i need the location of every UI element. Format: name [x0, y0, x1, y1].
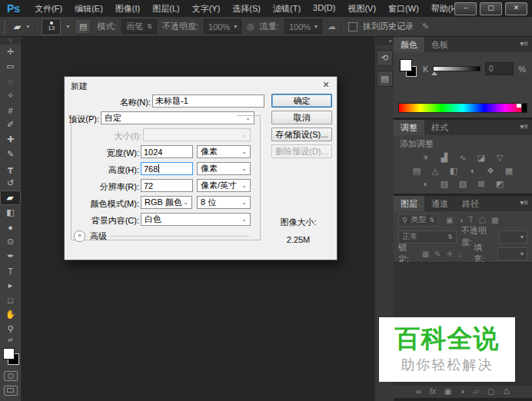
properties-panel-icon[interactable]: ▤	[377, 71, 393, 87]
color-lookup-icon[interactable]: ▦	[504, 166, 515, 176]
tool-pen[interactable]: ✒	[0, 249, 21, 263]
exposure-icon[interactable]: ◪	[476, 153, 487, 163]
color-balance-icon[interactable]: △	[430, 166, 441, 176]
k-slider[interactable]	[433, 66, 480, 71]
new-group-icon[interactable]: ▱	[473, 386, 479, 398]
tool-eraser[interactable]: ▰	[0, 191, 21, 205]
advanced-label[interactable]: 高级	[90, 230, 107, 242]
quick-mask-icon[interactable]	[4, 371, 18, 381]
tab-channels[interactable]: 通道	[424, 196, 455, 211]
layer-filter-select[interactable]: ⚲ 类型 ⇅	[398, 214, 438, 227]
dock-expand-icon[interactable]: «	[375, 37, 394, 45]
tool-dodge[interactable]: ⊙	[0, 234, 21, 249]
tool-spot-healing[interactable]: ✚	[0, 132, 21, 147]
brightness-contrast-icon[interactable]: ☀	[421, 153, 432, 163]
new-layer-icon[interactable]: ▢	[487, 386, 494, 398]
lock-position-icon[interactable]: ✛	[446, 250, 452, 258]
posterize-icon[interactable]: ▨	[439, 179, 451, 189]
width-field[interactable]	[141, 145, 193, 158]
tool-eyedropper[interactable]: ✐	[0, 118, 21, 132]
erase-history-checkbox[interactable]	[348, 22, 357, 31]
tool-preset-arrow-icon[interactable]: ▾	[26, 23, 29, 30]
airbrush-icon[interactable]: ☁	[328, 22, 336, 31]
foreground-color-swatch[interactable]	[3, 348, 15, 360]
panel-menu-icon[interactable]: ▾≡	[520, 198, 528, 207]
selective-color-icon[interactable]: ◩	[494, 179, 506, 189]
vibrance-icon[interactable]: ▽	[494, 153, 506, 163]
tool-shape[interactable]: □	[0, 293, 21, 307]
layer-style-icon[interactable]: fx	[430, 386, 436, 398]
hue-saturation-icon[interactable]: ▤	[411, 166, 423, 176]
tab-color[interactable]: 颜色	[394, 37, 424, 52]
color-mode-select[interactable]: RGB 颜色 ⌄	[141, 196, 192, 209]
filter-shape-layers-icon[interactable]: ▢	[479, 216, 486, 224]
advanced-expand-icon[interactable]: »	[74, 230, 85, 242]
link-layers-icon[interactable]: ∞	[416, 386, 421, 398]
tool-path-selection[interactable]: ▸	[0, 278, 21, 293]
save-preset-button[interactable]: 存储预设(S)...	[271, 128, 332, 141]
panel-menu-icon[interactable]: ▾≡	[520, 39, 528, 48]
layer-opacity-select[interactable]: ▾	[499, 230, 527, 244]
menu-edit[interactable]: 编辑(E)	[72, 2, 105, 16]
tool-type[interactable]: T	[0, 263, 21, 278]
minimize-button[interactable]: –	[454, 2, 477, 15]
tab-paths[interactable]: 路径	[455, 196, 486, 211]
brush-preset-picker[interactable]: 13	[42, 18, 61, 35]
threshold-icon[interactable]: ▧	[457, 179, 469, 189]
lock-image-icon[interactable]: ✎	[434, 250, 441, 258]
flow-select[interactable]: 100% ▾	[284, 19, 322, 34]
history-panel-icon[interactable]: ⟲	[377, 50, 393, 66]
tab-styles[interactable]: 样式	[424, 120, 455, 135]
height-field[interactable]: 768	[141, 162, 193, 175]
filter-smart-object-icon[interactable]: ▩	[491, 216, 498, 224]
channel-mixer-icon[interactable]: ❖	[485, 166, 497, 176]
menu-layer[interactable]: 图层(L)	[150, 2, 181, 16]
color-spectrum-ramp[interactable]	[398, 103, 527, 113]
tool-blur[interactable]: ●	[0, 220, 21, 234]
panel-menu-icon[interactable]: ▾≡	[520, 122, 528, 131]
foreground-color-swatch[interactable]	[400, 59, 412, 71]
tool-move[interactable]: ✛	[0, 45, 21, 59]
brush-settings-icon[interactable]: ✎	[422, 22, 429, 31]
tool-history-brush[interactable]: ↺	[0, 176, 21, 191]
k-value-field[interactable]: 0	[485, 62, 514, 75]
close-button[interactable]: ✕	[505, 2, 527, 15]
invert-icon[interactable]: ◐	[421, 179, 432, 189]
tools-collapse-icon[interactable]: ≡	[0, 37, 21, 45]
layer-mask-icon[interactable]: ▣	[444, 386, 451, 398]
name-field[interactable]	[152, 94, 264, 108]
spectrum-black-swatch[interactable]	[521, 104, 527, 112]
lock-all-icon[interactable]: ⌂	[458, 250, 463, 258]
ok-button[interactable]: 确定	[271, 94, 332, 108]
tab-swatches[interactable]: 色板	[424, 37, 455, 52]
opacity-select[interactable]: 100% ▾	[204, 19, 241, 34]
layer-fill-select[interactable]: ▾	[497, 247, 527, 260]
blend-mode-select[interactable]: 正常 ⇅	[398, 230, 457, 244]
delete-layer-icon[interactable]: ♺	[503, 386, 510, 398]
tool-brush[interactable]: ✎	[0, 147, 21, 161]
black-white-icon[interactable]: ◧	[448, 166, 460, 176]
swap-colors-icon[interactable]: ⇄	[0, 336, 21, 344]
gradient-map-icon[interactable]: ⊠	[476, 179, 487, 189]
filter-adjustment-layers-icon[interactable]: ◑	[458, 216, 463, 224]
menu-window[interactable]: 窗口(W)	[386, 2, 421, 16]
pressure-opacity-icon[interactable]: ◎	[247, 22, 254, 31]
tool-gradient[interactable]: ◧	[0, 205, 21, 220]
maximize-button[interactable]: ▢	[480, 2, 502, 15]
preset-select[interactable]: 自定 ⌄	[101, 111, 254, 124]
menu-filter[interactable]: 滤镜(T)	[271, 2, 303, 16]
tool-quick-selection[interactable]: ✧	[0, 88, 21, 103]
tool-clone-stamp[interactable]: ┳	[0, 161, 21, 176]
brush-picker-arrow-icon[interactable]: ▾	[66, 23, 69, 30]
tab-layers[interactable]: 图层	[394, 196, 424, 211]
tool-marquee[interactable]: ▭	[0, 59, 21, 74]
menu-file[interactable]: 文件(F)	[32, 2, 65, 16]
menu-select[interactable]: 选择(S)	[230, 2, 263, 16]
photo-filter-icon[interactable]: ◖	[467, 166, 478, 176]
levels-icon[interactable]: ▟	[439, 153, 451, 163]
screen-mode-icon[interactable]	[4, 386, 18, 396]
filter-pixel-layers-icon[interactable]: ▣	[446, 216, 453, 224]
background-select[interactable]: 白色 ⌄	[141, 213, 251, 226]
tab-adjustments[interactable]: 调整	[394, 120, 424, 135]
curves-icon[interactable]: ∿	[457, 153, 469, 163]
